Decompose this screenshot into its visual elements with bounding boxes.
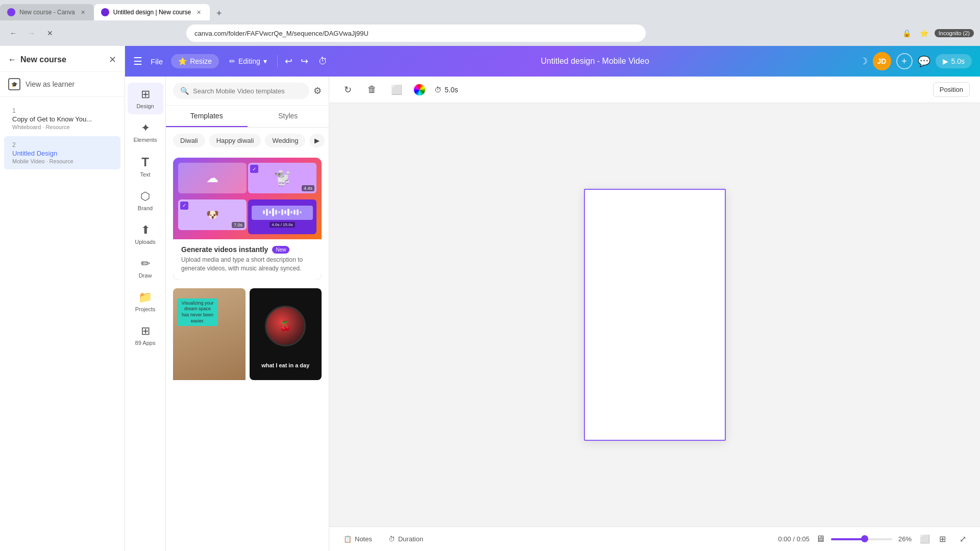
food-text-overlay: what I eat in a day [250, 362, 322, 369]
course-item-1-name: Copy of Get to Know You... [12, 115, 112, 123]
generate-videos-card[interactable]: ☁ ✓ 🐩 4.4s ✓ 🐶 [173, 158, 322, 280]
tab-templates[interactable]: Templates [166, 106, 248, 127]
gen-thumb-dog-small-row: ✓ 🐶 7.0s [178, 199, 247, 235]
tab2-close[interactable]: ✕ [195, 8, 203, 17]
tool-apps[interactable]: ⊞ 89 Apps [128, 319, 163, 351]
tab2-title: Untitled design | New course [113, 9, 191, 16]
browser-tab-2[interactable]: Untitled design | New course ✕ [94, 4, 210, 20]
tool-text-label: Text [140, 171, 150, 178]
reload-button[interactable]: ✕ [43, 26, 57, 40]
resize-button[interactable]: ⭐ Resize [171, 54, 219, 68]
zoom-slider[interactable] [831, 538, 892, 540]
course-item-2-num: 2 [12, 141, 16, 148]
address-text: canva.com/folder/FAFVwcrQe_M/sequence/DA… [194, 30, 369, 37]
design-icon: ⊞ [141, 88, 150, 101]
template-thumb-room[interactable]: Visualizing your dream space has never b… [173, 288, 246, 417]
play-button[interactable]: ▶ 5.0s [936, 54, 972, 68]
tab-bar: New course - Canva ✕ Untitled design | N… [0, 0, 980, 20]
new-badge: New [272, 246, 289, 254]
chip-happydiwali[interactable]: Happy diwali [209, 134, 261, 147]
zoom-slider-thumb[interactable] [861, 535, 868, 542]
template-panel: 🔍 ⚙ Templates Styles Diwali Happy diwali… [166, 77, 329, 551]
view-as-learner-button[interactable]: 🎓 View as learner [0, 72, 125, 97]
security-icon[interactable]: 🔒 [900, 26, 914, 40]
course-item-1[interactable]: 1 Copy of Get to Know You... Whiteboard … [4, 102, 120, 135]
moon-icon[interactable]: ☽ [860, 56, 868, 67]
learner-icon: 🎓 [8, 78, 20, 90]
chip-wedding[interactable]: Wedding [265, 134, 305, 147]
color-picker-button[interactable] [413, 83, 426, 96]
redo-button[interactable]: ↪ [298, 54, 311, 69]
canvas-toolbar: ↻ 🗑 ⬜ ⏱ 5.0s Position [329, 77, 980, 103]
crop-icon[interactable]: ⬜ [388, 82, 405, 98]
position-label: Position [940, 86, 963, 93]
tab-styles[interactable]: Styles [248, 106, 329, 127]
template-search-input[interactable] [193, 87, 302, 95]
tool-design[interactable]: ⊞ Design [128, 83, 163, 114]
user-avatar-button[interactable]: JD [873, 52, 891, 70]
browser-tab-1[interactable]: New course - Canva ✕ [0, 4, 94, 20]
hamburger-menu-button[interactable]: ☰ [133, 55, 142, 67]
apps-icon: ⊞ [141, 324, 150, 338]
single-view-button[interactable]: ⬜ [918, 532, 932, 546]
course-back-button[interactable]: ← New course [8, 55, 66, 64]
undo-button[interactable]: ↩ [282, 54, 296, 69]
tool-uploads[interactable]: ⬆ Uploads [128, 218, 163, 250]
course-item-1-num: 1 [12, 107, 16, 114]
svg-rect-0 [263, 210, 265, 214]
generate-title: Generate videos instantly New [181, 245, 313, 254]
svg-rect-2 [269, 211, 271, 214]
fullscreen-button[interactable]: ⤢ [955, 532, 970, 546]
tab1-title: New course - Canva [19, 9, 75, 16]
zoom-slider-track[interactable] [831, 538, 892, 540]
position-button[interactable]: Position [933, 82, 970, 97]
time-display: 0:00 / 0:05 [778, 535, 809, 543]
zoom-slider-fill [831, 538, 865, 540]
timer-button[interactable]: ⏱ [315, 54, 331, 69]
filter-icon[interactable]: ⚙ [313, 85, 322, 96]
thumb-room-bg: Visualizing your dream space has never b… [173, 288, 246, 380]
duration-button[interactable]: ⏱ Duration [384, 533, 427, 545]
new-tab-button[interactable]: + [212, 6, 226, 20]
back-button[interactable]: ← [6, 26, 20, 40]
design-title: Untitled design - Mobile Video [541, 57, 649, 65]
share-plus-button[interactable]: + [896, 53, 913, 69]
duration-badge-2: 7.0s [232, 222, 244, 228]
bookmark-icon[interactable]: ⭐ [917, 26, 932, 40]
file-menu-button[interactable]: File [146, 55, 167, 68]
tool-brand[interactable]: ⬡ Brand [128, 185, 163, 216]
editing-button[interactable]: ✏ Editing ▾ [223, 54, 273, 68]
right-section: ☰ File ⭐ Resize ✏ Editing ▾ ↩ ↪ ⏱ [125, 46, 980, 551]
course-title: New course [20, 55, 66, 64]
incognito-badge[interactable]: Incognito (2) [935, 29, 974, 37]
refresh-icon[interactable]: ↻ [339, 82, 356, 98]
search-box[interactable]: 🔍 [173, 83, 309, 99]
tool-elements[interactable]: ✦ Elements [128, 116, 163, 148]
grid-view-button[interactable]: ⊞ [935, 532, 949, 546]
delete-icon[interactable]: 🗑 [364, 82, 380, 98]
uploads-icon: ⬆ [141, 223, 150, 237]
tool-apps-label: 89 Apps [135, 340, 156, 346]
tab1-close[interactable]: ✕ [79, 8, 87, 17]
chip-diwali[interactable]: Diwali [173, 134, 205, 147]
notes-button[interactable]: 📋 Notes [339, 533, 376, 545]
forward-button[interactable]: → [24, 26, 39, 40]
tool-draw[interactable]: ✏ Draw [128, 252, 163, 284]
tool-projects-label: Projects [135, 306, 156, 312]
editing-label: Editing [238, 57, 260, 65]
course-close-button[interactable]: ✕ [109, 54, 116, 65]
screen-icon[interactable]: 🖥 [816, 534, 825, 544]
tool-projects[interactable]: 📁 Projects [128, 286, 163, 317]
bottom-left: 📋 Notes ⏱ Duration [339, 533, 427, 545]
bottom-toolbar: 📋 Notes ⏱ Duration 0:00 / 0:05 [329, 527, 980, 551]
dog1-emoji: 🐩 [274, 170, 291, 187]
chip-more-button[interactable]: ▶ [309, 134, 325, 147]
gen-thumb-dog1: ✓ 🐩 4.4s [248, 163, 316, 193]
address-input[interactable]: canva.com/folder/FAFVwcrQe_M/sequence/DA… [186, 24, 646, 42]
comments-button[interactable]: 💬 [918, 55, 930, 67]
course-item-2-sub: Mobile Video · Resource [12, 158, 112, 164]
template-thumb-food[interactable]: 🍒 what I eat in a day [250, 288, 322, 417]
course-item-2[interactable]: 2 Untitled Design Mobile Video · Resourc… [4, 136, 120, 169]
tool-text[interactable]: T Text [128, 150, 163, 183]
gen-thumb-dog2: ✓ 🐶 7.0s [178, 199, 247, 230]
